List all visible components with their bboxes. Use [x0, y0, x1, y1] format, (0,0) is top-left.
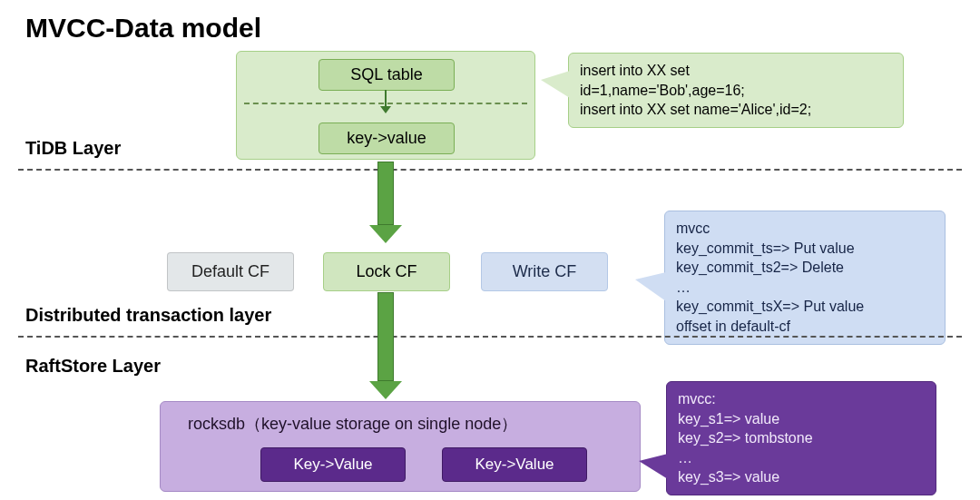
rocksdb-desc: rocksdb（key-value storage on single node… [188, 413, 517, 435]
callout-sql-tail [541, 71, 570, 98]
callout-rocksdb-tail [639, 454, 668, 479]
callout-rocksdb: mvcc: key_s1=> value key_s2=> tombstone … [666, 381, 936, 495]
separator-2 [18, 336, 962, 338]
page-title: MVCC-Data model [25, 13, 261, 44]
arrow-sql-to-kv [380, 90, 391, 113]
callout-write-cf: mvcc key_commit_ts=> Put value key_commi… [664, 211, 946, 345]
tidb-panel: SQL table key->value [236, 51, 535, 160]
sql-table-box: SQL table [318, 59, 455, 91]
arrow-tidb-to-dist [369, 162, 402, 243]
key-value-box: key->value [318, 123, 455, 154]
callout-write-tail [635, 272, 666, 301]
arrow-dist-to-raft [369, 292, 402, 399]
separator-1 [18, 169, 962, 171]
default-cf-box: Default CF [167, 252, 294, 291]
layer-label-dist: Distributed transaction layer [25, 305, 271, 326]
callout-sql-insert: insert into XX set id=1,name='Bob',age=1… [568, 53, 904, 128]
layer-label-raft: RaftStore Layer [25, 356, 161, 377]
write-cf-box: Write CF [481, 252, 608, 291]
rocksdb-panel: rocksdb（key-value storage on single node… [160, 401, 641, 492]
rocks-kv-2: Key->Value [442, 447, 587, 482]
layer-label-tidb: TiDB Layer [25, 138, 121, 159]
lock-cf-box: Lock CF [323, 252, 450, 291]
rocks-kv-1: Key->Value [260, 447, 406, 482]
